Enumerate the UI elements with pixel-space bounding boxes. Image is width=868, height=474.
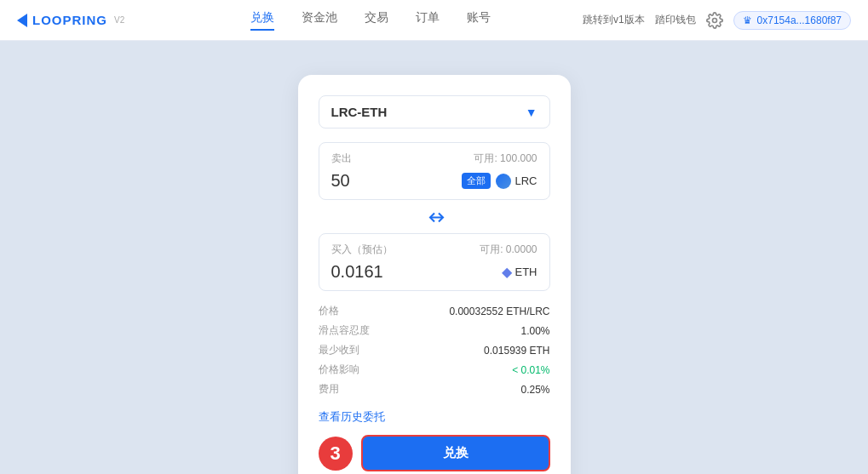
logo-version: V2 — [114, 15, 124, 25]
logo-arrow-icon — [17, 14, 27, 27]
nav-item-exchange[interactable]: 兑换 — [250, 10, 274, 31]
sell-label: 卖出 — [331, 151, 352, 166]
svg-point-0 — [712, 18, 716, 22]
swap-direction — [319, 207, 550, 228]
buy-available: 可用: 0.0000 — [480, 243, 537, 257]
price-row: 价格 0.00032552 ETH/LRC — [319, 301, 550, 321]
header: LOOPRING V2 兑换 资金池 交易 订单 账号 跳转到v1版本 踏印钱包… — [0, 0, 868, 41]
wallet-link[interactable]: 踏印钱包 — [655, 13, 696, 27]
dropdown-arrow-icon: ▼ — [526, 106, 537, 119]
sell-token-label: LRC — [514, 174, 537, 187]
fee-row: 费用 0.25% — [319, 380, 550, 399]
history-link[interactable]: 查看历史委托 — [319, 409, 550, 425]
swap-card: LRC-ETH ▼ 卖出 可用: 100.000 全部 LRC — [298, 75, 571, 474]
action-row: 3 兑换 — [319, 435, 550, 471]
buy-token-badge[interactable]: ◆ ETH — [502, 264, 537, 280]
logo-area: LOOPRING V2 — [17, 13, 124, 27]
fee-label: 费用 — [319, 382, 339, 397]
min-receive-value: 0.015939 ETH — [484, 345, 549, 357]
sell-available: 可用: 100.000 — [474, 151, 537, 166]
buy-input-group: 买入（预估） 可用: 0.0000 0.0161 ◆ ETH — [319, 233, 550, 291]
nav-item-pool[interactable]: 资金池 — [302, 10, 337, 31]
sell-input-group: 卖出 可用: 100.000 全部 LRC — [319, 142, 550, 200]
min-receive-label: 最少收到 — [319, 343, 359, 357]
lrc-icon — [496, 174, 511, 189]
slippage-label: 滑点容忍度 — [319, 323, 370, 338]
sell-label-row: 卖出 可用: 100.000 — [331, 151, 537, 166]
price-label: 价格 — [319, 304, 339, 318]
buy-label: 买入（预估） — [331, 243, 393, 257]
pair-selector[interactable]: LRC-ETH ▼ — [319, 95, 550, 128]
slippage-row: 滑点容忍度 1.00% — [319, 321, 550, 340]
main-nav: 兑换 资金池 交易 订单 账号 — [158, 10, 583, 31]
price-impact-row: 价格影响 < 0.01% — [319, 360, 550, 380]
min-receive-row: 最少收到 0.015939 ETH — [319, 340, 550, 360]
nav-item-trade[interactable]: 交易 — [365, 10, 388, 31]
price-impact-label: 价格影响 — [319, 363, 359, 377]
sell-amount-input[interactable] — [331, 171, 463, 191]
fee-value: 0.25% — [520, 384, 549, 396]
step-badge: 3 — [319, 437, 353, 471]
logo-text: LOOPRING — [32, 13, 107, 27]
header-right: 跳转到v1版本 踏印钱包 ♛ 0x7154a...1680f87 — [583, 11, 851, 30]
sell-controls: 全部 LRC — [462, 173, 537, 189]
wallet-badge[interactable]: ♛ 0x7154a...1680f87 — [733, 11, 851, 30]
nav-item-orders[interactable]: 订单 — [416, 10, 440, 31]
wallet-address: 0x7154a...1680f87 — [757, 14, 842, 26]
pair-text: LRC-ETH — [331, 105, 388, 119]
buy-token-label: ETH — [515, 266, 537, 278]
sell-value-row: 全部 LRC — [331, 171, 537, 191]
swap-direction-button[interactable] — [423, 209, 445, 226]
price-impact-value: < 0.01% — [512, 364, 549, 376]
sell-token-badge[interactable]: LRC — [496, 174, 537, 189]
price-value: 0.00032552 ETH/LRC — [449, 306, 549, 317]
eth-icon: ◆ — [502, 264, 512, 280]
v1-link[interactable]: 跳转到v1版本 — [583, 13, 645, 27]
buy-label-row: 买入（预估） 可用: 0.0000 — [331, 243, 537, 257]
nav-item-account[interactable]: 账号 — [467, 10, 491, 31]
settings-icon[interactable] — [706, 12, 723, 29]
exchange-button[interactable]: 兑换 — [361, 435, 550, 471]
main-content: LRC-ETH ▼ 卖出 可用: 100.000 全部 LRC — [0, 41, 868, 474]
buy-amount: 0.0161 — [331, 262, 502, 282]
all-button[interactable]: 全部 — [462, 173, 491, 189]
slippage-value: 1.00% — [520, 325, 549, 337]
info-section: 价格 0.00032552 ETH/LRC 滑点容忍度 1.00% 最少收到 0… — [319, 301, 550, 399]
buy-value-row: 0.0161 ◆ ETH — [331, 262, 537, 282]
crown-icon: ♛ — [743, 14, 752, 26]
